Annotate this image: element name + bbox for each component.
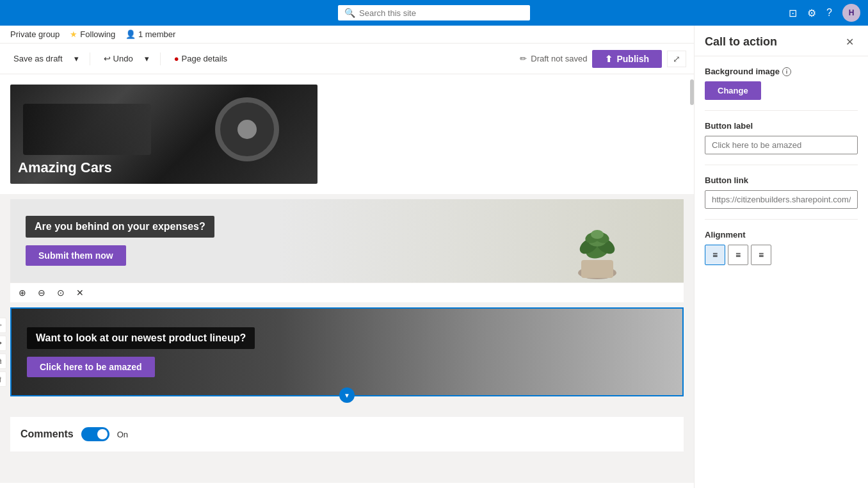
- draft-status-text: Draft not saved: [531, 54, 587, 63]
- cta-block-2-text: Want to look at our newest product lineu…: [27, 327, 255, 377]
- pencil-icon: ✏: [520, 54, 527, 63]
- person-icon: 👤: [125, 29, 136, 39]
- top-bar: 🔍 ⊡ ⚙ ? H: [0, 0, 868, 26]
- following-button[interactable]: ★ Following: [70, 29, 115, 39]
- cta-block-1-heading: Are you behind on your expenses?: [26, 216, 214, 238]
- close-icon: ✕: [76, 288, 84, 298]
- following-label: Following: [80, 29, 115, 39]
- settings-icon: ●: [174, 54, 179, 63]
- cta-block-2-wrapper[interactable]: ✏ ✥ ⧉ 🗑 Want to look at our newest produ…: [10, 307, 684, 396]
- alignment-section: Alignment ≡ ≡ ≡: [695, 220, 868, 275]
- background-image-label: Background image i: [705, 67, 858, 76]
- search-input[interactable]: [359, 8, 500, 18]
- panel-close-button[interactable]: ✕: [842, 35, 858, 49]
- publish-label: Publish: [616, 54, 649, 64]
- alignment-label: Alignment: [705, 230, 858, 240]
- button-link-section: Button link: [695, 165, 868, 219]
- car-image-title: Amazing Cars: [18, 159, 112, 176]
- cta-block-2-button[interactable]: Click here to be amazed: [27, 357, 155, 377]
- content-area: Private group ★ Following 👤 1 member Sav…: [0, 26, 694, 488]
- settings-icon[interactable]: ⚙: [807, 7, 816, 19]
- close-button-1[interactable]: ✕: [73, 286, 87, 300]
- align-right-button[interactable]: ≡: [751, 245, 771, 265]
- panel-title: Call to action: [705, 35, 777, 49]
- info-icon[interactable]: i: [782, 67, 791, 76]
- user-avatar[interactable]: H: [842, 4, 860, 22]
- button-label-input[interactable]: [705, 136, 858, 154]
- copy-button[interactable]: ⧉: [0, 354, 6, 369]
- main-layout: Private group ★ Following 👤 1 member Sav…: [0, 26, 868, 488]
- car-wheel-decoration: [215, 97, 279, 161]
- comments-toggle[interactable]: [81, 427, 109, 441]
- alignment-options: ≡ ≡ ≡: [705, 245, 858, 265]
- expand-button[interactable]: ⤢: [667, 51, 686, 67]
- align-center-button[interactable]: ≡: [728, 245, 748, 265]
- cta-block-1-text: Are you behind on your expenses? Submit …: [26, 216, 214, 266]
- cta-block-1-wrapper: Are you behind on your expenses? Submit …: [10, 199, 684, 302]
- member-count: 👤 1 member: [125, 29, 175, 39]
- zoom-out-button-1[interactable]: ⊖: [35, 286, 49, 300]
- undo-group: ↩ Undo ▾: [98, 51, 152, 67]
- save-draft-dropdown[interactable]: ▾: [71, 51, 82, 67]
- move-button[interactable]: ✥: [0, 336, 6, 351]
- publish-icon: ⬆: [605, 54, 613, 64]
- top-bar-icons: ⊡ ⚙ ? H: [789, 4, 860, 22]
- editor-toolbar: Save as draft ▾ ↩ Undo ▾ ● Page details …: [0, 44, 694, 74]
- align-center-icon: ≡: [735, 250, 741, 260]
- edit-pencil-button[interactable]: ✏: [0, 318, 6, 333]
- save-draft-button[interactable]: Save as draft: [8, 51, 68, 67]
- comments-row: Comments On: [20, 427, 673, 441]
- block-resize-handle[interactable]: ▼: [339, 387, 355, 403]
- search-box[interactable]: 🔍: [338, 5, 530, 20]
- background-image-section: Background image i Change: [695, 56, 868, 110]
- page-content: Amazing Cars: [0, 74, 694, 483]
- cta-block-1: Are you behind on your expenses? Submit …: [10, 199, 684, 282]
- button-link-section-header: Button link: [705, 175, 858, 185]
- change-image-button[interactable]: Change: [705, 81, 761, 100]
- undo-dropdown[interactable]: ▾: [141, 51, 152, 67]
- publish-button[interactable]: ⬆ Publish: [592, 50, 662, 68]
- toolbar-divider-2: [160, 53, 161, 65]
- page-details-button[interactable]: ● Page details: [168, 51, 233, 67]
- reset-button-1[interactable]: ⊙: [54, 286, 68, 300]
- align-right-icon: ≡: [759, 250, 764, 260]
- delete-button[interactable]: 🗑: [0, 371, 6, 387]
- align-left-button[interactable]: ≡: [705, 245, 725, 265]
- button-label-section-header: Button label: [705, 121, 858, 131]
- right-panel: Call to action ✕ Background image i Chan…: [694, 26, 868, 488]
- toggle-state-label: On: [117, 430, 128, 439]
- car-image-block: Amazing Cars: [0, 74, 694, 194]
- cta-block-2: Want to look at our newest product lineu…: [12, 309, 682, 395]
- comments-area: Comments On: [10, 417, 684, 451]
- comments-label: Comments: [20, 428, 74, 440]
- zoom-out-icon: ⊖: [38, 288, 45, 298]
- button-label-section: Button label: [695, 111, 868, 165]
- panel-header: Call to action ✕: [695, 26, 868, 56]
- page-info-bar: Private group ★ Following 👤 1 member: [0, 26, 694, 44]
- toggle-thumb: [97, 429, 108, 439]
- undo-button[interactable]: ↩ Undo: [98, 51, 139, 67]
- zoom-in-button-1[interactable]: ⊕: [15, 286, 29, 300]
- zoom-in-icon: ⊕: [19, 288, 26, 298]
- button-link-input[interactable]: [705, 190, 858, 209]
- car-image: Amazing Cars: [10, 85, 317, 184]
- monitor-icon[interactable]: ⊡: [789, 7, 797, 19]
- save-draft-label: Save as draft: [13, 54, 63, 63]
- star-icon: ★: [70, 29, 77, 39]
- group-type-label: Private group: [10, 29, 60, 39]
- help-icon[interactable]: ?: [826, 7, 832, 19]
- scroll-indicator[interactable]: [690, 79, 694, 105]
- search-icon: 🔍: [344, 8, 355, 18]
- reset-icon: ⊙: [57, 288, 65, 298]
- svg-rect-1: [581, 260, 613, 278]
- svg-point-8: [591, 230, 604, 239]
- toolbar-divider-1: [90, 53, 90, 65]
- align-left-icon: ≡: [712, 250, 718, 260]
- draft-status: ✏ Draft not saved: [520, 54, 587, 63]
- cta-block-2-heading: Want to look at our newest product lineu…: [27, 327, 255, 349]
- save-group: Save as draft ▾: [8, 51, 82, 67]
- succulent-image: [562, 199, 632, 282]
- cta-block-1-button[interactable]: Submit them now: [26, 245, 126, 266]
- undo-icon: ↩: [104, 54, 111, 63]
